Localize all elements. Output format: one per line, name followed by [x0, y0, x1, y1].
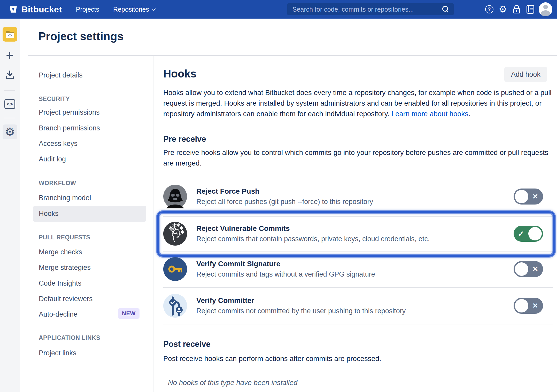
toggle-knob — [515, 299, 528, 312]
nav-access-keys[interactable]: Access keys — [39, 140, 78, 148]
snippets-button[interactable]: <> — [0, 99, 20, 109]
hook-title: Verify Commit Signature — [196, 260, 375, 268]
nav-header-pull-requests: PULL REQUESTS — [39, 234, 90, 241]
toggle-verify-commit-signature-off[interactable]: ✕ — [514, 261, 543, 277]
pre-receive-heading: Pre receive — [163, 135, 206, 144]
nav-code-insights[interactable]: Code Insights — [39, 279, 81, 287]
hook-row-verify-commit-signature: Verify Commit Signature Reject commits a… — [163, 252, 553, 286]
list-divider — [163, 373, 553, 373]
header-divider — [28, 55, 557, 56]
hook-row-reject-force-push: Reject Force Push Reject all force pushe… — [163, 179, 553, 214]
help-button[interactable]: ? — [482, 0, 496, 19]
x-icon: ✕ — [532, 265, 538, 273]
bitbucket-bucket-icon — [9, 5, 18, 14]
check-icon: ✓ — [518, 229, 524, 238]
nav-merge-strategies[interactable]: Merge strategies — [39, 264, 91, 272]
toggle-reject-vulnerable-commits-on[interactable]: ✓ — [514, 226, 543, 242]
learn-more-link[interactable]: Learn more about hooks — [391, 110, 468, 118]
hook-texts: Reject Vulnerable Commits Reject commits… — [196, 224, 430, 243]
brand-name: Bitbucket — [21, 4, 62, 14]
hook-row-verify-committer: Verify Committer Reject commits not comm… — [163, 288, 553, 324]
hooks-heading: Hooks — [163, 68, 196, 80]
bitbucket-logo[interactable]: Bitbucket — [9, 4, 62, 14]
nav-repositories-label: Repositories — [113, 6, 149, 13]
permissions-button[interactable] — [510, 0, 523, 19]
toggle-knob — [515, 262, 528, 276]
hook-row-reject-vulnerable-commits: Reject Vulnerable Commits Reject commits… — [163, 217, 553, 250]
plus-icon: + — [6, 49, 14, 62]
project-folder-icon: <> — [3, 27, 17, 42]
hook-description: Reject commits and tags without a verifi… — [196, 270, 375, 278]
nav-project-permissions[interactable]: Project permissions — [39, 108, 100, 116]
toggle-reject-force-push-off[interactable]: ✕ — [514, 189, 543, 205]
nav-project-links[interactable]: Project links — [39, 349, 76, 357]
create-button[interactable]: + — [0, 49, 20, 62]
top-navigation-bar: Bitbucket Projects Repositories ? ⚙ — [0, 0, 557, 19]
search-icon — [442, 6, 449, 13]
nav-branch-permissions[interactable]: Branch permissions — [39, 124, 100, 132]
hook-texts: Reject Force Push Reject all force pushe… — [196, 187, 373, 206]
add-hook-button[interactable]: Add hook — [504, 67, 547, 82]
hook-title: Reject Vulnerable Commits — [196, 224, 430, 233]
toggle-verify-committer-off[interactable]: ✕ — [514, 298, 543, 314]
project-avatar[interactable]: <> — [3, 27, 17, 42]
global-search — [287, 3, 454, 15]
nav-hooks[interactable]: Hooks — [39, 210, 59, 218]
medusa-head-icon — [163, 222, 187, 246]
toggle-knob — [528, 227, 542, 240]
hook-description: Reject all force pushes (git push --forc… — [196, 198, 373, 206]
list-divider — [163, 325, 553, 325]
help-icon: ? — [485, 5, 493, 13]
post-receive-description: Post receive hooks can perform actions a… — [163, 353, 554, 364]
toggle-knob — [515, 190, 528, 203]
hook-description: Reject commits that contain passwords, p… — [196, 235, 430, 243]
search-input[interactable] — [287, 3, 454, 15]
top-nav-links: Projects Repositories — [76, 6, 155, 13]
nav-auto-decline[interactable]: Auto-decline — [39, 310, 78, 318]
nav-branching-model[interactable]: Branching model — [39, 194, 91, 202]
nav-audit-log[interactable]: Audit log — [39, 155, 66, 163]
bitbucket-project-settings-page: Bitbucket Projects Repositories ? ⚙ — [0, 0, 557, 392]
x-icon: ✕ — [532, 302, 538, 310]
hooks-intro-paragraph: Hooks allow you to extend what Bitbucket… — [163, 87, 554, 119]
nav-vertical-divider — [153, 56, 153, 392]
hook-title: Verify Committer — [196, 296, 406, 305]
hook-description: Reject commits not committed by the user… — [196, 307, 406, 315]
gold-key-icon — [163, 257, 187, 281]
user-menu-button[interactable] — [539, 0, 552, 19]
nav-merge-checks[interactable]: Merge checks — [39, 248, 82, 256]
nav-default-reviewers[interactable]: Default reviewers — [39, 295, 93, 303]
import-repository-button[interactable] — [0, 70, 20, 80]
list-divider — [163, 251, 553, 252]
pre-receive-description: Pre receive hooks allow you to control w… — [163, 147, 554, 168]
topbar-icon-group: ? ⚙ — [482, 0, 557, 19]
svg-text:<>: <> — [8, 33, 12, 37]
nav-projects[interactable]: Projects — [76, 6, 99, 13]
hook-texts: Verify Committer Reject commits not comm… — [196, 296, 406, 315]
nav-header-application-links: APPLICATION LINKS — [39, 334, 100, 341]
download-icon — [5, 70, 15, 80]
nav-project-details[interactable]: Project details — [39, 71, 83, 79]
nav-repositories[interactable]: Repositories — [113, 6, 155, 13]
gear-icon: ⚙ — [5, 126, 15, 138]
gear-icon: ⚙ — [499, 5, 507, 14]
rail-divider — [4, 90, 15, 91]
darth-vader-icon — [163, 185, 187, 208]
intro-period: . — [468, 110, 470, 118]
admin-settings-button[interactable]: ⚙ — [496, 0, 510, 19]
chevron-down-icon — [152, 6, 156, 11]
nav-header-security: SECURITY — [39, 96, 70, 103]
app-sidebar-rail: <> + <> ⚙ — [0, 19, 20, 392]
hook-title: Reject Force Push — [196, 187, 373, 195]
new-badge: NEW — [118, 308, 140, 319]
commit-graph-user-icon — [163, 294, 187, 318]
x-icon: ✕ — [532, 192, 538, 201]
list-divider — [163, 178, 553, 178]
settings-rail-button-active[interactable]: ⚙ — [3, 124, 17, 139]
post-receive-empty-message: No hooks of this type have been installe… — [168, 379, 297, 387]
list-divider — [163, 216, 553, 217]
nav-header-workflow: WORKFLOW — [39, 180, 76, 187]
whats-new-button[interactable] — [523, 0, 537, 19]
code-icon: <> — [4, 99, 15, 109]
intro-text: Hooks allow you to extend what Bitbucket… — [163, 89, 552, 118]
